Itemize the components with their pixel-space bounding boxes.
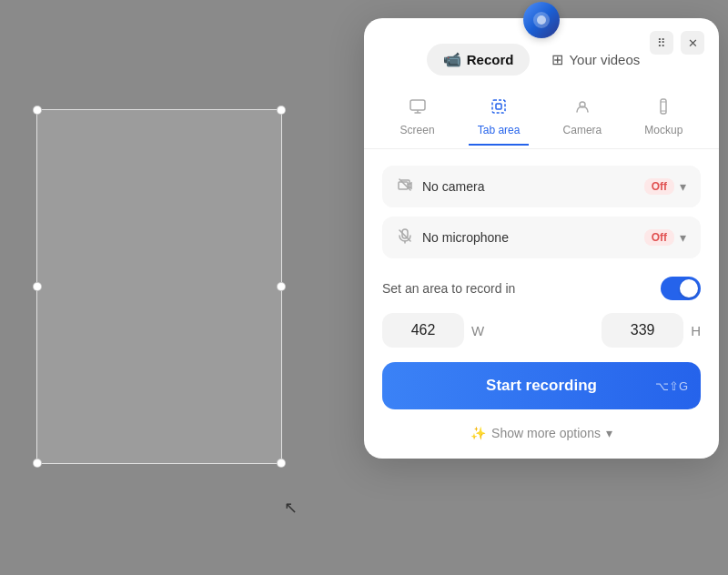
cursor-icon: ↖ [284, 498, 298, 518]
selection-box[interactable]: ↖ [36, 109, 282, 464]
close-icon: ✕ [688, 36, 698, 50]
grid-icon: ⠿ [657, 36, 666, 50]
handle-bottom-left[interactable] [33, 459, 42, 468]
height-input[interactable] [602, 313, 683, 348]
handle-top-left[interactable] [33, 106, 42, 115]
mode-tab-mockup[interactable]: Mockup [635, 90, 692, 146]
mockup-mode-icon [654, 97, 672, 120]
record-tab-icon: 📹 [443, 51, 461, 68]
tab-record[interactable]: 📹 Record [427, 44, 531, 76]
mode-tabs: Screen Tab area Camera [364, 90, 719, 149]
mode-tab-screen[interactable]: Screen [391, 90, 444, 146]
screen-mode-icon [409, 97, 427, 120]
your-videos-tab-icon: ⊞ [551, 51, 563, 68]
camera-option-row[interactable]: No camera Off ▾ [382, 166, 701, 207]
shortcut-text: ⌥⇧G [655, 379, 688, 393]
svg-rect-2 [410, 100, 425, 110]
width-input[interactable] [382, 313, 464, 348]
start-recording-button[interactable]: Start recording ⌥⇧G [382, 362, 701, 409]
handle-mid-right[interactable] [277, 282, 286, 291]
width-label: W [471, 323, 484, 338]
camera-option-label: No camera [422, 179, 644, 194]
tab-your-videos[interactable]: ⊞ Your videos [535, 44, 656, 76]
microphone-badge: Off [644, 229, 674, 246]
camera-chevron-icon: ▾ [680, 179, 686, 194]
close-button[interactable]: ✕ [681, 31, 704, 55]
no-camera-icon [397, 177, 413, 197]
height-label: H [691, 323, 701, 338]
mode-tab-screen-label: Screen [400, 124, 435, 136]
camera-badge: Off [644, 178, 674, 195]
more-options-chevron-icon: ▾ [606, 426, 612, 440]
svg-point-1 [537, 15, 546, 25]
tab-your-videos-label: Your videos [569, 52, 640, 67]
handle-bottom-right[interactable] [277, 459, 286, 468]
record-shortcut: ⌥⇧G [655, 379, 688, 393]
area-toggle-switch[interactable] [661, 277, 701, 300]
area-toggle-label: Set an area to record in [382, 281, 661, 296]
microphone-chevron-icon: ▾ [680, 230, 686, 245]
dimensions-row: W H [364, 313, 719, 362]
handle-top-right[interactable] [277, 106, 286, 115]
options-area: No camera Off ▾ No microphone Off ▾ [364, 149, 719, 258]
grid-button[interactable]: ⠿ [650, 31, 673, 55]
no-microphone-icon [397, 227, 413, 247]
more-options-label: Show more options [491, 426, 601, 440]
svg-rect-8 [661, 99, 666, 114]
recording-panel: ⠿ ✕ 📹 Record ⊞ Your videos Screen [364, 18, 719, 459]
mode-tab-tab-area-label: Tab area [478, 124, 521, 136]
window-controls: ⠿ ✕ [650, 31, 704, 55]
camera-mode-icon [573, 97, 592, 120]
sparkle-icon: ✨ [470, 426, 486, 440]
microphone-option-label: No microphone [422, 230, 644, 245]
mode-tab-camera-label: Camera [563, 124, 602, 136]
tab-record-label: Record [467, 52, 514, 67]
microphone-option-row[interactable]: No microphone Off ▾ [382, 217, 701, 258]
canvas-area: ↖ [0, 0, 309, 575]
area-toggle-row: Set an area to record in [364, 267, 719, 313]
mode-tab-camera[interactable]: Camera [554, 90, 612, 146]
toggle-knob [680, 279, 698, 298]
start-recording-label: Start recording [486, 377, 597, 395]
more-options-row[interactable]: ✨ Show more options ▾ [364, 422, 719, 440]
svg-rect-6 [496, 104, 501, 109]
handle-mid-left[interactable] [33, 282, 42, 291]
mode-tab-mockup-label: Mockup [644, 124, 682, 136]
app-icon [523, 2, 560, 38]
tab-area-mode-icon [490, 97, 508, 120]
svg-rect-5 [492, 100, 505, 113]
mode-tab-tab-area[interactable]: Tab area [469, 90, 530, 146]
